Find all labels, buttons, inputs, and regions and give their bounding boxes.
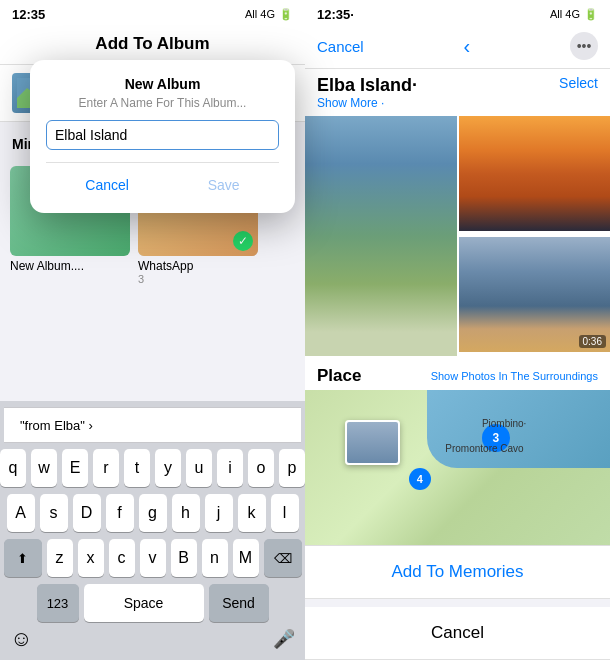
key-l[interactable]: l bbox=[271, 494, 299, 532]
video-duration: 0:36 bbox=[579, 335, 606, 348]
album-name-input[interactable] bbox=[46, 120, 279, 150]
photo-mountain[interactable] bbox=[305, 116, 457, 356]
key-z[interactable]: z bbox=[47, 539, 73, 577]
dialog-title: New Album bbox=[46, 76, 279, 92]
album-title-area: Elba Island· Show More · Select bbox=[305, 69, 610, 112]
keyboard-rows: q w E r t y u i o p A s D f g h j k bbox=[4, 449, 301, 622]
key-x[interactable]: x bbox=[78, 539, 104, 577]
key-e[interactable]: E bbox=[62, 449, 88, 487]
status-icons-left: All 4G 🔋 bbox=[245, 8, 293, 21]
key-b[interactable]: B bbox=[171, 539, 197, 577]
key-u[interactable]: u bbox=[186, 449, 212, 487]
select-button[interactable]: Select bbox=[559, 75, 598, 91]
key-p[interactable]: p bbox=[279, 449, 305, 487]
key-r[interactable]: r bbox=[93, 449, 119, 487]
key-t[interactable]: t bbox=[124, 449, 150, 487]
key-a[interactable]: A bbox=[7, 494, 35, 532]
show-more-link[interactable]: Show More · bbox=[317, 96, 417, 110]
space-key[interactable]: Space bbox=[84, 584, 204, 622]
action-sheet-separator bbox=[305, 599, 610, 607]
left-header-title: Add To Album bbox=[95, 34, 209, 53]
map-pin-4[interactable]: 4 bbox=[409, 468, 431, 490]
nums-key[interactable]: 123 bbox=[37, 584, 79, 622]
key-n[interactable]: n bbox=[202, 539, 228, 577]
network-right: All 4G bbox=[550, 8, 580, 20]
battery-left: 🔋 bbox=[279, 8, 293, 21]
map-background: 3 4 Piombino· Promontore Cavo bbox=[305, 390, 610, 545]
show-surroundings-link[interactable]: Show Photos In The Surroundings bbox=[431, 370, 598, 382]
dialog-cancel-button[interactable]: Cancel bbox=[65, 173, 149, 197]
shift-key[interactable]: ⬆ bbox=[4, 539, 42, 577]
key-row-3: ⬆ z x c v B n M ⌫ bbox=[4, 539, 301, 577]
key-y[interactable]: y bbox=[155, 449, 181, 487]
key-row-4: 123 Space Send bbox=[4, 584, 301, 622]
album-title-text: Elba Island· bbox=[317, 75, 417, 96]
key-h[interactable]: h bbox=[172, 494, 200, 532]
new-album-dialog: New Album Enter A Name For This Album...… bbox=[30, 60, 295, 213]
key-s[interactable]: s bbox=[40, 494, 68, 532]
right-header: Cancel ‹ ••• bbox=[305, 28, 610, 69]
network-left: All 4G bbox=[245, 8, 275, 20]
key-c[interactable]: c bbox=[109, 539, 135, 577]
album-label-whatsapp: WhatsApp bbox=[138, 259, 193, 273]
key-m[interactable]: M bbox=[233, 539, 259, 577]
status-icons-right: All 4G 🔋 bbox=[550, 8, 598, 21]
dialog-save-button[interactable]: Save bbox=[188, 173, 260, 197]
map-photo-thumb[interactable] bbox=[345, 420, 400, 465]
place-section: Place Show Photos In The Surroundings bbox=[305, 360, 610, 390]
place-title: Place bbox=[317, 366, 361, 386]
dialog-subtitle: Enter A Name For This Album... bbox=[46, 96, 279, 110]
left-panel: 12:35 All 4G 🔋 Add To Album 5 Photos And… bbox=[0, 0, 305, 660]
key-row-2: A s D f g h j k l bbox=[4, 494, 301, 532]
more-button-right[interactable]: ••• bbox=[570, 32, 598, 60]
key-w[interactable]: w bbox=[31, 449, 57, 487]
key-o[interactable]: o bbox=[248, 449, 274, 487]
keyboard-area: "from Elba" › q w E r t y u i o p A s D … bbox=[0, 401, 305, 660]
map-label-piombino: Piombino· bbox=[482, 418, 526, 429]
suggestion-bar: "from Elba" › bbox=[4, 407, 301, 443]
send-key[interactable]: Send bbox=[209, 584, 269, 622]
add-to-memories-button[interactable]: Add To Memories bbox=[305, 546, 610, 599]
status-time-left: 12:35 bbox=[12, 7, 45, 22]
battery-right: 🔋 bbox=[584, 8, 598, 21]
map-area: 3 4 Piombino· Promontore Cavo bbox=[305, 390, 610, 545]
album-count-whatsapp: 3 bbox=[138, 273, 144, 285]
key-q[interactable]: q bbox=[0, 449, 26, 487]
back-button-right[interactable]: ‹ bbox=[464, 35, 471, 58]
photo-sky[interactable] bbox=[459, 116, 611, 231]
photo-storm[interactable]: 0:36 bbox=[459, 237, 611, 352]
key-i[interactable]: i bbox=[217, 449, 243, 487]
action-sheet: Add To Memories Cancel bbox=[305, 545, 610, 660]
key-d[interactable]: D bbox=[73, 494, 101, 532]
right-panel: 12:35· All 4G 🔋 Cancel ‹ ••• Elba Island… bbox=[305, 0, 610, 660]
dialog-buttons: Cancel Save bbox=[46, 162, 279, 197]
delete-key[interactable]: ⌫ bbox=[264, 539, 302, 577]
status-time-right: 12:35· bbox=[317, 7, 354, 22]
whatsapp-icon: ✓ bbox=[233, 231, 253, 251]
mic-key[interactable]: 🎤 bbox=[273, 628, 295, 650]
emoji-key[interactable]: ☺ bbox=[10, 626, 32, 652]
key-f[interactable]: f bbox=[106, 494, 134, 532]
key-j[interactable]: j bbox=[205, 494, 233, 532]
suggestion-chip[interactable]: "from Elba" › bbox=[14, 416, 99, 435]
key-g[interactable]: g bbox=[139, 494, 167, 532]
status-bar-left: 12:35 All 4G 🔋 bbox=[0, 0, 305, 28]
keyboard-bottom-row: ☺ 🎤 bbox=[4, 622, 301, 652]
key-row-1: q w E r t y u i o p bbox=[4, 449, 301, 487]
key-k[interactable]: k bbox=[238, 494, 266, 532]
key-v[interactable]: v bbox=[140, 539, 166, 577]
photo-grid: 0:36 bbox=[305, 116, 610, 356]
map-label-promontore: Promontore Cavo bbox=[445, 443, 523, 454]
status-bar-right: 12:35· All 4G 🔋 bbox=[305, 0, 610, 28]
album-label-new: New Album.... bbox=[10, 259, 84, 273]
cancel-button-right[interactable]: Cancel bbox=[317, 38, 364, 55]
action-sheet-cancel-button[interactable]: Cancel bbox=[305, 607, 610, 660]
